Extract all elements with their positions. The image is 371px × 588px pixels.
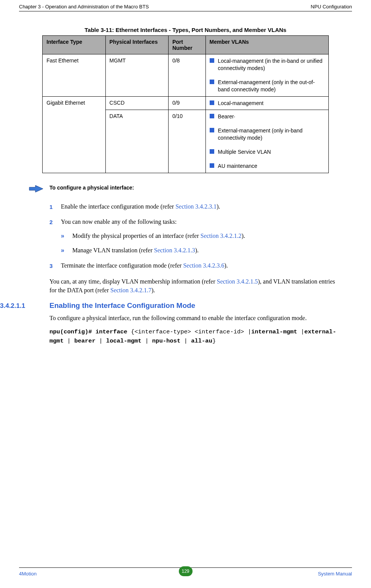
step-text: Terminate the interface configuration mo… [61, 262, 183, 269]
page-footer: 4Motion 129 System Manual [19, 567, 352, 577]
substep-text: ). [195, 247, 199, 253]
section-link[interactable]: Section 3.4.2.3.6 [183, 262, 224, 269]
section-link[interactable]: Section 3.4.2.1.2 [201, 233, 242, 239]
section-number: 3.4.2.1.1 [0, 302, 49, 310]
section-link[interactable]: Section 3.4.2.1.3 [154, 247, 195, 253]
cell-physical: DATA [105, 110, 168, 173]
step-text: ). [217, 203, 220, 210]
cmd-text: } [212, 338, 216, 344]
col-header-port: Port Number [168, 36, 205, 54]
procedure-heading-row: To configure a physical interface: [49, 185, 341, 193]
cmd-bold: npu(config)# interface [49, 328, 131, 335]
cmd-bold: all-au [191, 338, 212, 344]
cmd-text: | [145, 338, 152, 344]
substep-text: Modify the physical properties of an int… [72, 233, 201, 239]
header-left: Chapter 3 - Operation and Administration… [19, 4, 149, 10]
arrow-icon [29, 185, 44, 193]
step-item: 1 Enable the interface configuration mod… [49, 202, 341, 211]
vlan-item: Local-management [210, 100, 325, 107]
cell-physical: MGMT [105, 54, 168, 97]
header-right: NPU Configuration [311, 4, 352, 10]
svg-marker-0 [29, 185, 43, 192]
cell-interface-type: Gigabit Ethernet [43, 96, 105, 173]
cmd-bold: bearer [74, 338, 99, 344]
substep-text: ). [242, 233, 245, 239]
footer-left: 4Motion [19, 571, 37, 577]
cmd-bold: internal-mgmt [251, 328, 301, 335]
section-link[interactable]: Section 3.4.2.1.7 [110, 287, 151, 293]
cell-port: 0/10 [168, 110, 205, 173]
cell-vlans: Bearer· External-management (only in-ban… [205, 110, 328, 173]
section-title: Enabling the Interface Configuration Mod… [49, 301, 195, 310]
cmd-text: | [99, 338, 106, 344]
cmd-text: | [67, 338, 75, 344]
col-header-vlans: Member VLANs [205, 36, 328, 54]
step-list: 1 Enable the interface configuration mod… [49, 202, 341, 270]
page-header: Chapter 3 - Operation and Administration… [19, 4, 352, 11]
cell-port: 0/8 [168, 54, 205, 97]
step-item: 3 Terminate the interface configuration … [49, 261, 341, 270]
vlan-item: Multiple Service VLAN [210, 148, 325, 156]
page-number-badge: 129 [179, 566, 193, 576]
substep-text: Manage VLAN translation (refer [72, 247, 154, 253]
body-paragraph: To configure a physical interface, run t… [49, 314, 341, 322]
cmd-text: {<interface-type> <interface-id> | [131, 328, 251, 335]
step-text: You can now enable any of the following … [61, 218, 177, 225]
vlan-item: External-management (only in the out-of-… [210, 79, 325, 93]
substep-item: Modify the physical properties of an int… [61, 232, 341, 240]
cell-interface-type: Fast Ethernet [43, 54, 105, 97]
cmd-bold: npu-host [152, 338, 184, 344]
para-text: You can, at any time, display VLAN membe… [49, 278, 217, 285]
cmd-text: | [184, 338, 191, 344]
cell-vlans: Local-management (in the in-band or unif… [205, 54, 328, 97]
section-link[interactable]: Section 3.4.2.1.5 [217, 278, 258, 285]
step-text: Enable the interface configuration mode … [61, 203, 175, 210]
substep-item: Manage VLAN translation (refer Section 3… [61, 246, 341, 255]
table-row: Fast Ethernet MGMT 0/8 Local-management … [43, 54, 329, 97]
cmd-bold: local-mgmt [106, 338, 145, 344]
vlan-item: Bearer· [210, 113, 325, 120]
step-number: 3 [49, 262, 53, 270]
cell-port: 0/9 [168, 96, 205, 110]
section-link[interactable]: Section 3.4.2.3.1 [175, 203, 217, 210]
footer-right: System Manual [318, 571, 352, 577]
table-row: Gigabit Ethernet CSCD 0/9 Local-manageme… [43, 96, 329, 110]
table-caption: Table 3-11: Ethernet Interfaces - Types,… [19, 27, 352, 33]
vlan-item: Local-management (in the in-band or unif… [210, 57, 325, 72]
step-text: ). [224, 262, 228, 269]
step-item: 2 You can now enable any of the followin… [49, 218, 341, 255]
vlan-item: External-management (only in-band connec… [210, 127, 325, 142]
vlan-table: Interface Type Physical Interfaces Port … [42, 35, 329, 173]
col-header-interface-type: Interface Type [43, 36, 105, 54]
cell-physical: CSCD [105, 96, 168, 110]
procedure-label: To configure a physical interface: [49, 185, 134, 191]
cmd-text: | [301, 328, 304, 335]
step-number: 2 [49, 218, 53, 226]
para-text: ). [151, 287, 155, 293]
vlan-item: AU maintenance [210, 163, 325, 170]
body-paragraph: You can, at any time, display VLAN membe… [49, 277, 341, 295]
command-block: npu(config)# interface {<interface-type>… [49, 328, 341, 346]
step-number: 1 [49, 203, 53, 211]
table-header-row: Interface Type Physical Interfaces Port … [43, 36, 329, 54]
col-header-physical: Physical Interfaces [105, 36, 168, 54]
section-heading-row: 3.4.2.1.1 Enabling the Interface Configu… [19, 301, 352, 310]
cell-vlans: Local-management [205, 96, 328, 110]
